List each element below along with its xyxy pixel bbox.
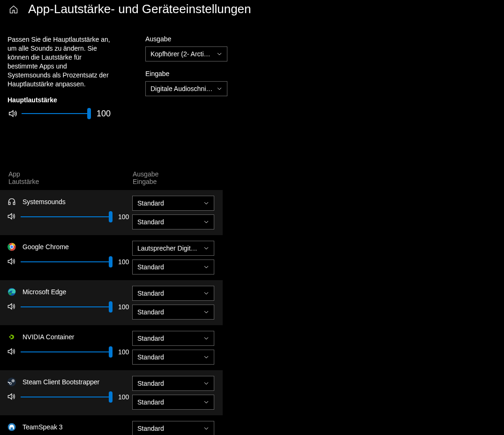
- output-device-select[interactable]: Kopfhörer (2- Arctis…: [145, 46, 227, 61]
- app-volume-value: 100: [116, 258, 132, 266]
- column-header-io: Ausgabe Eingabe: [133, 170, 158, 185]
- steam-icon: [7, 377, 17, 387]
- chevron-down-icon: [217, 51, 222, 57]
- chevron-down-icon: [217, 86, 222, 92]
- app-input-select[interactable]: Standard: [132, 395, 214, 410]
- app-name: Steam Client Bootstrapper: [23, 378, 99, 386]
- speaker-icon[interactable]: [7, 392, 17, 402]
- app-volume-slider[interactable]: [21, 306, 113, 307]
- speaker-icon[interactable]: [7, 212, 17, 222]
- app-input-select[interactable]: Standard: [132, 350, 214, 365]
- app-volume-slider[interactable]: [21, 351, 113, 352]
- app-volume-slider[interactable]: [21, 216, 113, 217]
- app-output-select[interactable]: Standard: [132, 421, 214, 435]
- app-output-select[interactable]: Lautsprecher Digital (F: [132, 241, 214, 256]
- app-name: NVIDIA Container: [23, 333, 75, 341]
- master-volume-value: 100: [95, 109, 111, 119]
- app-input-select[interactable]: Standard: [132, 214, 214, 229]
- app-row: NVIDIA Container 100 Standard: [0, 325, 223, 370]
- app-volume-slider[interactable]: [21, 261, 113, 262]
- app-output-select[interactable]: Standard: [132, 331, 214, 346]
- input-device-select[interactable]: Digitale Audioschnit…: [145, 81, 227, 96]
- app-name: Google Chrome: [23, 243, 69, 251]
- chevron-down-icon: [203, 381, 209, 386]
- app-input-select[interactable]: Standard: [132, 259, 214, 275]
- nvidia-icon: [7, 332, 17, 342]
- chevron-down-icon: [203, 426, 209, 431]
- chevron-down-icon: [203, 219, 209, 225]
- speaker-icon[interactable]: [7, 257, 17, 267]
- speaker-icon[interactable]: [7, 302, 17, 312]
- chevron-down-icon: [203, 399, 209, 405]
- chevron-down-icon: [203, 200, 209, 206]
- page-title: App-Lautstärke- und Geräteeinstellungen: [28, 2, 251, 16]
- master-volume-label: Hauptlautstärke: [8, 96, 111, 104]
- svg-point-3: [10, 245, 13, 248]
- svg-rect-5: [7, 332, 16, 342]
- speaker-icon[interactable]: [8, 108, 18, 119]
- headphones-icon: [7, 197, 17, 207]
- app-output-select[interactable]: Standard: [132, 196, 214, 211]
- chrome-icon: [7, 242, 17, 252]
- edge-icon: [7, 287, 17, 297]
- chevron-down-icon: [203, 336, 209, 341]
- app-name: Systemsounds: [23, 198, 66, 206]
- chevron-down-icon: [203, 245, 209, 251]
- app-input-select[interactable]: Standard: [132, 305, 214, 320]
- app-name: TeamSpeak 3: [23, 423, 63, 431]
- description-text: Passen Sie die Hauptlautstärke an, um al…: [8, 35, 111, 89]
- svg-point-8: [13, 380, 14, 382]
- app-row: Systemsounds 100 Standard S: [0, 190, 223, 235]
- home-icon[interactable]: [8, 4, 19, 15]
- app-row: Steam Client Bootstrapper 100 Standard: [0, 370, 223, 415]
- svg-point-6: [8, 378, 16, 386]
- master-volume-slider[interactable]: [22, 113, 91, 114]
- app-volume-value: 100: [116, 303, 132, 311]
- app-volume-value: 100: [116, 348, 132, 356]
- chevron-down-icon: [203, 354, 209, 360]
- input-label: Eingabe: [145, 70, 227, 77]
- app-row: Microsoft Edge 100 Standard: [0, 280, 223, 325]
- teamspeak-icon: [7, 422, 17, 432]
- speaker-icon[interactable]: [7, 347, 17, 357]
- app-volume-value: 100: [116, 213, 132, 221]
- column-header-app: App Lautstärke: [8, 170, 133, 185]
- app-volume-slider[interactable]: [21, 397, 113, 397]
- app-name: Microsoft Edge: [23, 288, 66, 296]
- chevron-down-icon: [203, 309, 209, 315]
- chevron-down-icon: [203, 264, 209, 270]
- app-row: TeamSpeak 3 100 Standard St: [0, 415, 223, 435]
- app-output-select[interactable]: Standard: [132, 286, 214, 301]
- app-row: Google Chrome 100 Lautsprecher Digital (…: [0, 235, 223, 280]
- chevron-down-icon: [203, 290, 209, 296]
- output-label: Ausgabe: [145, 35, 227, 43]
- app-volume-value: 100: [116, 393, 132, 401]
- app-output-select[interactable]: Standard: [132, 376, 214, 391]
